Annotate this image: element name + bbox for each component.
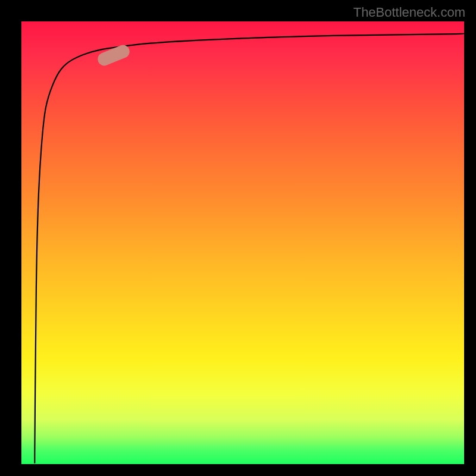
curve-svg <box>21 21 464 464</box>
chart-area <box>21 21 464 464</box>
curve-path <box>35 34 464 463</box>
watermark-text: TheBottleneck.com <box>353 5 465 20</box>
